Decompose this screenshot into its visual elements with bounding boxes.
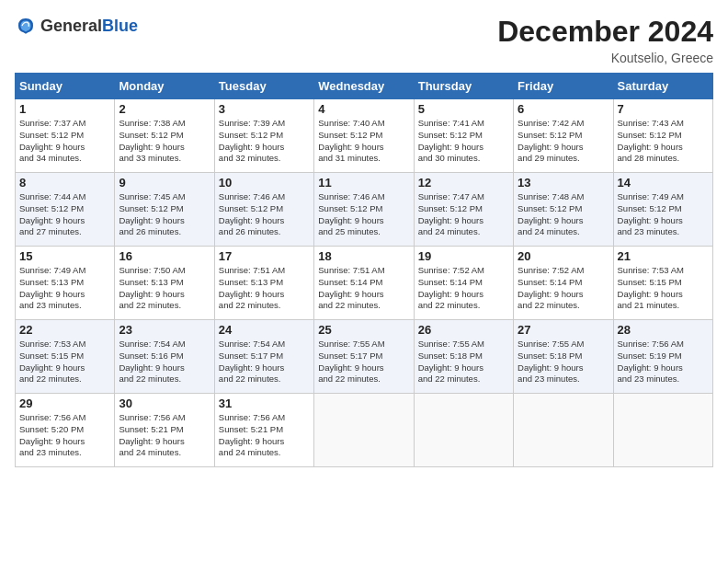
table-row: 5Sunrise: 7:41 AMSunset: 5:12 PMDaylight… [414,99,513,173]
table-row [414,394,513,467]
table-row: 18Sunrise: 7:51 AMSunset: 5:14 PMDayligh… [314,247,414,320]
table-row: 29Sunrise: 7:56 AMSunset: 5:20 PMDayligh… [16,394,115,467]
table-row: 14Sunrise: 7:49 AMSunset: 5:12 PMDayligh… [613,173,712,247]
table-row: 30Sunrise: 7:56 AMSunset: 5:21 PMDayligh… [115,394,214,467]
logo-text: GeneralBlue [40,17,138,36]
col-monday: Monday [115,74,214,99]
table-row [314,394,414,467]
location-subtitle: Koutselio, Greece [497,51,713,65]
col-thursday: Thursday [414,74,513,99]
table-row: 1Sunrise: 7:37 AMSunset: 5:12 PMDaylight… [16,99,115,173]
col-saturday: Saturday [613,74,712,99]
table-row: 4Sunrise: 7:40 AMSunset: 5:12 PMDaylight… [314,99,414,173]
table-row: 24Sunrise: 7:54 AMSunset: 5:17 PMDayligh… [214,320,313,394]
table-row: 17Sunrise: 7:51 AMSunset: 5:13 PMDayligh… [214,247,313,320]
month-year-title: December 2024 [497,15,713,49]
col-friday: Friday [514,74,613,99]
table-row: 25Sunrise: 7:55 AMSunset: 5:17 PMDayligh… [314,320,414,394]
table-row: 28Sunrise: 7:56 AMSunset: 5:19 PMDayligh… [613,320,712,394]
table-row: 2Sunrise: 7:38 AMSunset: 5:12 PMDaylight… [115,99,214,173]
table-row: 21Sunrise: 7:53 AMSunset: 5:15 PMDayligh… [613,247,712,320]
table-row: 12Sunrise: 7:47 AMSunset: 5:12 PMDayligh… [414,173,513,247]
logo-icon [15,15,37,37]
table-row: 19Sunrise: 7:52 AMSunset: 5:14 PMDayligh… [414,247,513,320]
table-row: 9Sunrise: 7:45 AMSunset: 5:12 PMDaylight… [115,173,214,247]
logo-general: General [40,17,102,36]
table-row: 13Sunrise: 7:48 AMSunset: 5:12 PMDayligh… [514,173,613,247]
table-row: 8Sunrise: 7:44 AMSunset: 5:12 PMDaylight… [16,173,115,247]
col-sunday: Sunday [16,74,115,99]
table-row: 31Sunrise: 7:56 AMSunset: 5:21 PMDayligh… [214,394,313,467]
calendar-table: Sunday Monday Tuesday Wednesday Thursday… [15,73,713,467]
table-row: 26Sunrise: 7:55 AMSunset: 5:18 PMDayligh… [414,320,513,394]
table-row: 16Sunrise: 7:50 AMSunset: 5:13 PMDayligh… [115,247,214,320]
table-row: 10Sunrise: 7:46 AMSunset: 5:12 PMDayligh… [214,173,313,247]
table-row [613,394,712,467]
calendar-header-row: Sunday Monday Tuesday Wednesday Thursday… [16,74,713,99]
title-area: December 2024 Koutselio, Greece [497,15,713,65]
table-row: 20Sunrise: 7:52 AMSunset: 5:14 PMDayligh… [514,247,613,320]
table-row: 3Sunrise: 7:39 AMSunset: 5:12 PMDaylight… [214,99,313,173]
logo-blue: Blue [102,17,138,36]
table-row [514,394,613,467]
table-row: 7Sunrise: 7:43 AMSunset: 5:12 PMDaylight… [613,99,712,173]
page-header: GeneralBlue December 2024 Koutselio, Gre… [15,15,713,65]
col-tuesday: Tuesday [214,74,313,99]
col-wednesday: Wednesday [314,74,414,99]
table-row: 11Sunrise: 7:46 AMSunset: 5:12 PMDayligh… [314,173,414,247]
logo: GeneralBlue [15,15,138,37]
table-row: 27Sunrise: 7:55 AMSunset: 5:18 PMDayligh… [514,320,613,394]
table-row: 6Sunrise: 7:42 AMSunset: 5:12 PMDaylight… [514,99,613,173]
table-row: 22Sunrise: 7:53 AMSunset: 5:15 PMDayligh… [16,320,115,394]
table-row: 15Sunrise: 7:49 AMSunset: 5:13 PMDayligh… [16,247,115,320]
table-row: 23Sunrise: 7:54 AMSunset: 5:16 PMDayligh… [115,320,214,394]
